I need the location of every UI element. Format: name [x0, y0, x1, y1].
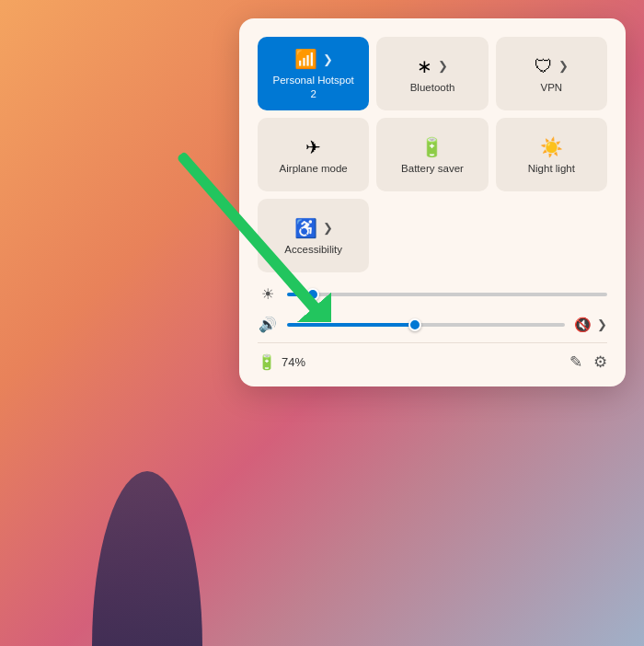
accessibility-chevron: ❯	[323, 221, 333, 235]
tile-inner-night-light: ☀️	[540, 138, 563, 156]
tile-inner-battery-saver: 🔋	[420, 138, 443, 156]
battery-info: 🔋 74%	[258, 353, 305, 371]
vpn-label: VPN	[541, 81, 563, 95]
volume-chevron[interactable]: ❯	[597, 317, 607, 331]
hotspot-label: Personal Hotspot2	[273, 74, 354, 101]
bluetooth-label: Bluetooth	[410, 81, 455, 95]
tile-accessibility[interactable]: ♿ ❯ Accessibility	[258, 199, 369, 272]
airplane-label: Airplane mode	[280, 162, 348, 176]
tile-inner-accessibility: ♿ ❯	[294, 219, 333, 237]
bottom-icons: ✎ ⚙	[569, 352, 607, 372]
hotspot-chevron: ❯	[323, 52, 333, 66]
tile-vpn[interactable]: 🛡 ❯ VPN	[496, 37, 607, 110]
brightness-slider[interactable]	[287, 293, 607, 296]
edit-icon[interactable]: ✎	[569, 352, 582, 372]
volume-thumb[interactable]	[408, 318, 421, 331]
tile-night-light[interactable]: ☀️ Night light	[496, 118, 607, 191]
wifi-icon: 📶	[294, 50, 317, 68]
battery-icon: 🔋	[258, 353, 276, 371]
bluetooth-chevron: ❯	[438, 59, 448, 73]
tile-battery-saver[interactable]: 🔋 Battery saver	[376, 118, 488, 191]
volume-slider[interactable]	[287, 323, 565, 327]
battery-saver-label: Battery saver	[401, 162, 464, 176]
battery-percentage: 74%	[282, 355, 305, 369]
night-light-label: Night light	[528, 162, 575, 176]
tile-inner-hotspot: 📶 ❯	[294, 50, 333, 68]
night-light-icon: ☀️	[540, 138, 563, 156]
brightness-icon: ☀	[258, 285, 278, 303]
vpn-chevron: ❯	[558, 59, 569, 73]
brightness-thumb[interactable]	[306, 288, 319, 301]
brightness-row: ☀	[258, 285, 607, 303]
bluetooth-icon: ∗	[417, 57, 432, 75]
accessibility-label: Accessibility	[284, 243, 342, 257]
quick-settings-panel: 📶 ❯ Personal Hotspot2 ∗ ❯ Bluetooth 🛡 ❯ …	[239, 18, 626, 386]
volume-right-controls: 🔇 ❯	[574, 317, 607, 333]
volume-icon: 🔊	[258, 316, 278, 333]
settings-icon[interactable]: ⚙	[593, 352, 607, 372]
volume-row: 🔊 🔇 ❯	[258, 316, 607, 333]
tile-inner-bluetooth: ∗ ❯	[417, 57, 448, 75]
tile-inner-vpn: 🛡 ❯	[535, 57, 569, 75]
battery-saver-icon: 🔋	[420, 138, 443, 156]
tile-inner-airplane: ✈	[305, 138, 321, 156]
volume-settings-icon[interactable]: 🔇	[574, 317, 592, 333]
vpn-icon: 🛡	[535, 57, 553, 75]
tile-personal-hotspot[interactable]: 📶 ❯ Personal Hotspot2	[258, 37, 369, 110]
bottom-bar: 🔋 74% ✎ ⚙	[258, 342, 607, 372]
tile-bluetooth[interactable]: ∗ ❯ Bluetooth	[376, 37, 488, 110]
accessibility-icon: ♿	[294, 219, 317, 237]
quick-tiles-grid: 📶 ❯ Personal Hotspot2 ∗ ❯ Bluetooth 🛡 ❯ …	[258, 37, 607, 272]
airplane-icon: ✈	[305, 138, 321, 156]
tile-airplane-mode[interactable]: ✈ Airplane mode	[258, 118, 369, 191]
sliders-section: ☀ 🔊 🔇 ❯	[258, 285, 607, 333]
